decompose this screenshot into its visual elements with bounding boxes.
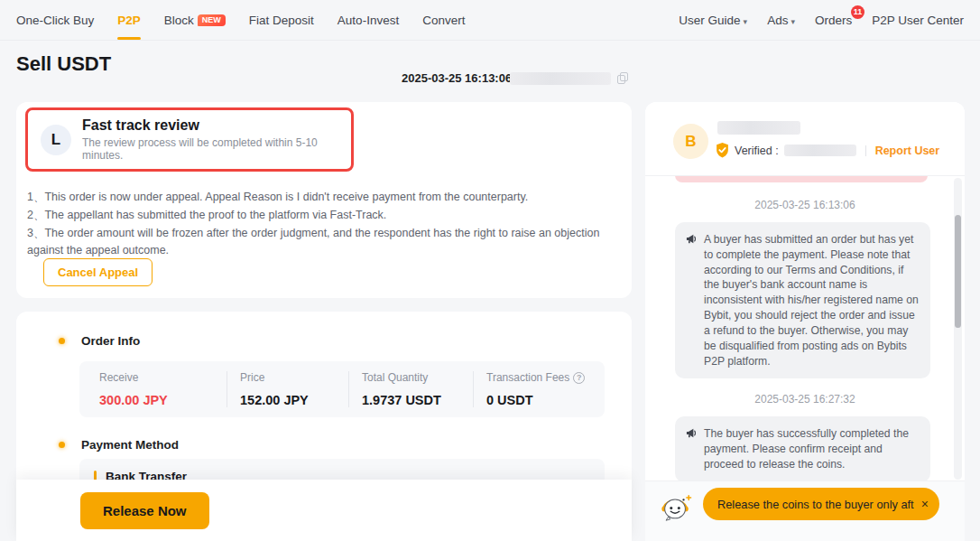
chat-footer: Release the coins to the buyer only afte… bbox=[645, 480, 965, 541]
nav-block-label: Block bbox=[164, 14, 194, 27]
verified-shield-icon bbox=[716, 143, 729, 158]
system-message-bubble: The buyer has successfully completed the… bbox=[675, 416, 930, 480]
fast-track-review-highlight: L Fast track review The review process w… bbox=[25, 107, 354, 172]
nav-orders[interactable]: Orders 11 bbox=[815, 14, 852, 27]
assistant-mascot-icon[interactable] bbox=[660, 492, 692, 523]
appeal-note: 2、The appellant has submitted the proof … bbox=[27, 207, 614, 225]
cancel-appeal-button[interactable]: Cancel Appeal bbox=[43, 258, 153, 286]
field-total-quantity-label: Total Quantity bbox=[362, 371, 473, 384]
appeal-notes: 1、This order is now under appeal. Appeal… bbox=[27, 189, 614, 260]
field-price-value: 152.00 JPY bbox=[240, 393, 348, 407]
nav-p2p-label: P2P bbox=[117, 14, 141, 27]
nav-ads-label: Ads bbox=[767, 14, 788, 27]
field-receive-label: Receive bbox=[99, 371, 227, 384]
appeal-note: 1、This order is now under appeal. Appeal… bbox=[27, 189, 614, 207]
payment-method-heading-row: Payment Method bbox=[59, 438, 179, 452]
field-transaction-fees-label: Transaction Fees ? bbox=[486, 371, 597, 384]
megaphone-icon bbox=[686, 233, 698, 245]
nav-fiat-deposit[interactable]: Fiat Deposit bbox=[249, 14, 314, 27]
bullet-dot-icon bbox=[59, 442, 65, 448]
chat-message-list[interactable]: 2025-03-25 16:13:06 A buyer has submitte… bbox=[645, 176, 965, 480]
chevron-down-icon: ▾ bbox=[790, 17, 795, 26]
counterparty-header: B Verified : Report User bbox=[645, 102, 965, 176]
redacted-order-number bbox=[510, 72, 611, 85]
nav-right-group: User Guide▾ Ads▾ Orders 11 P2P User Cent… bbox=[679, 14, 964, 27]
orders-count-badge: 11 bbox=[851, 5, 865, 19]
bullet-dot-icon bbox=[59, 338, 65, 344]
nav-one-click-buy[interactable]: One-Click Buy bbox=[16, 14, 94, 27]
appeal-card: L Fast track review The review process w… bbox=[16, 102, 632, 298]
field-transaction-fees: Transaction Fees ? 0 USDT bbox=[473, 371, 597, 407]
copy-icon-front bbox=[617, 75, 625, 84]
copy-icon[interactable] bbox=[617, 72, 628, 84]
fast-track-text: Fast track review The review process wil… bbox=[82, 117, 338, 162]
field-transaction-fees-text: Transaction Fees bbox=[486, 371, 569, 384]
system-message-bubble: A buyer has submitted an order but has y… bbox=[675, 222, 930, 378]
nav-p2p[interactable]: P2P bbox=[117, 14, 141, 27]
nav-block[interactable]: BlockNEW bbox=[164, 14, 226, 27]
divider bbox=[865, 145, 866, 156]
report-user-link[interactable]: Report User bbox=[875, 145, 940, 157]
chevron-down-icon: ▾ bbox=[744, 17, 748, 26]
order-created-time: 2025-03-25 16:13:06 bbox=[402, 71, 512, 85]
nav-left-group: One-Click Buy P2P BlockNEW Fiat Deposit … bbox=[16, 14, 465, 27]
chat-scrollbar-track[interactable] bbox=[954, 178, 962, 480]
fast-track-subtitle: The review process will be completed wit… bbox=[82, 136, 338, 162]
assistant-tip-text: Release the coins to the buyer only afte… bbox=[717, 498, 914, 511]
nav-convert[interactable]: Convert bbox=[422, 14, 465, 27]
verified-label: Verified : bbox=[735, 145, 779, 157]
field-receive-value: 300.00 JPY bbox=[99, 393, 227, 407]
chat-timestamp: 2025-03-25 16:27:32 bbox=[645, 393, 965, 406]
field-total-quantity: Total Quantity 1.9737 USDT bbox=[348, 371, 473, 407]
p2p-order-page: One-Click Buy P2P BlockNEW Fiat Deposit … bbox=[0, 0, 980, 541]
alert-banner-partial bbox=[675, 176, 928, 182]
top-navigation: One-Click Buy P2P BlockNEW Fiat Deposit … bbox=[0, 0, 980, 41]
verified-row: Verified : Report User bbox=[716, 143, 939, 158]
nav-user-guide-label: User Guide bbox=[679, 14, 740, 27]
page-title: Sell USDT bbox=[16, 52, 111, 76]
chat-timestamp: 2025-03-25 16:13:06 bbox=[645, 199, 965, 211]
appeal-note: 3、The order amount will be frozen after … bbox=[27, 225, 614, 261]
chat-panel: B Verified : Report User 2025-03-25 16:1… bbox=[645, 102, 965, 541]
order-action-bar: Release Now bbox=[16, 480, 632, 541]
order-info-grid: Receive 300.00 JPY Price 152.00 JPY Tota… bbox=[79, 361, 605, 417]
redacted-counterparty-name bbox=[717, 121, 800, 135]
nav-p2p-user-center[interactable]: P2P User Center bbox=[872, 14, 964, 27]
field-receive: Receive 300.00 JPY bbox=[87, 371, 227, 407]
payment-method-heading: Payment Method bbox=[81, 438, 179, 452]
nav-ads[interactable]: Ads▾ bbox=[767, 14, 795, 27]
release-now-button[interactable]: Release Now bbox=[80, 492, 209, 529]
fast-track-title: Fast track review bbox=[82, 117, 338, 134]
order-info-heading-row: Order Info bbox=[59, 334, 140, 348]
clock-icon: L bbox=[41, 125, 71, 155]
counterparty-avatar: B bbox=[673, 124, 708, 159]
help-icon[interactable]: ? bbox=[573, 372, 585, 384]
nav-user-guide[interactable]: User Guide▾ bbox=[679, 14, 747, 27]
close-icon[interactable]: × bbox=[921, 498, 929, 510]
system-message-text: The buyer has successfully completed the… bbox=[704, 426, 920, 471]
megaphone-icon bbox=[686, 427, 698, 439]
redacted-verified-name bbox=[784, 145, 856, 156]
new-badge: NEW bbox=[198, 14, 226, 26]
assistant-tip-bubble[interactable]: Release the coins to the buyer only afte… bbox=[703, 488, 939, 520]
nav-orders-label: Orders bbox=[815, 14, 852, 27]
chat-scrollbar-thumb[interactable] bbox=[955, 215, 961, 328]
active-tab-underline bbox=[117, 37, 141, 40]
field-transaction-fees-value: 0 USDT bbox=[486, 393, 597, 407]
field-price-label: Price bbox=[240, 371, 348, 384]
field-total-quantity-value: 1.9737 USDT bbox=[362, 393, 473, 407]
order-info-heading: Order Info bbox=[81, 334, 140, 348]
system-message-text: A buyer has submitted an order but has y… bbox=[704, 232, 920, 368]
nav-auto-invest[interactable]: Auto-Invest bbox=[337, 14, 399, 27]
field-price: Price 152.00 JPY bbox=[227, 371, 348, 407]
